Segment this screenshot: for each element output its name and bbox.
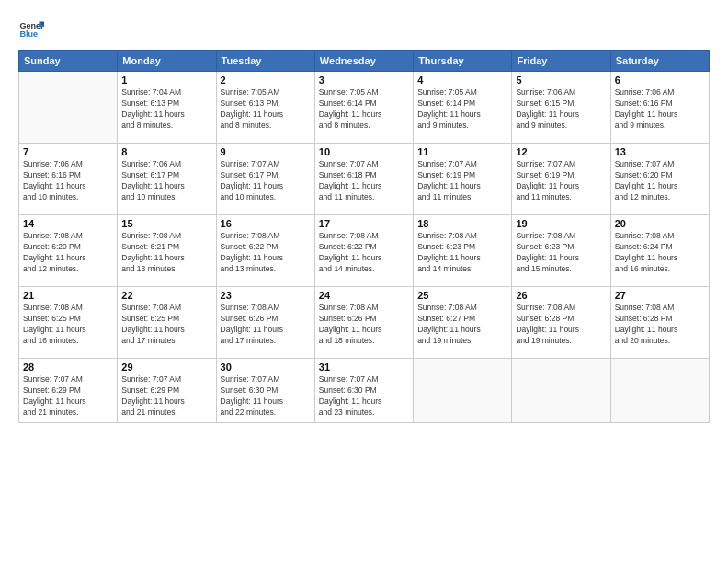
day-number: 23 xyxy=(221,290,311,301)
page-header: General Blue xyxy=(18,17,710,42)
day-number: 11 xyxy=(417,146,507,157)
day-info: Sunrise: 7:08 AM Sunset: 6:23 PM Dayligh… xyxy=(516,231,606,275)
day-info: Sunrise: 7:08 AM Sunset: 6:27 PM Dayligh… xyxy=(417,303,507,347)
calendar-cell: 2Sunrise: 7:05 AM Sunset: 6:13 PM Daylig… xyxy=(216,72,314,144)
day-info: Sunrise: 7:04 AM Sunset: 6:13 PM Dayligh… xyxy=(121,87,211,132)
day-number: 9 xyxy=(221,146,311,157)
week-row-1: 1Sunrise: 7:04 AM Sunset: 6:13 PM Daylig… xyxy=(19,72,710,144)
day-info: Sunrise: 7:08 AM Sunset: 6:22 PM Dayligh… xyxy=(221,231,311,275)
week-row-2: 7Sunrise: 7:06 AM Sunset: 6:16 PM Daylig… xyxy=(19,144,710,215)
day-info: Sunrise: 7:08 AM Sunset: 6:25 PM Dayligh… xyxy=(23,303,113,347)
calendar-cell: 14Sunrise: 7:08 AM Sunset: 6:20 PM Dayli… xyxy=(19,215,118,287)
week-row-4: 21Sunrise: 7:08 AM Sunset: 6:25 PM Dayli… xyxy=(19,287,710,359)
day-number: 27 xyxy=(615,290,705,301)
calendar-cell: 7Sunrise: 7:06 AM Sunset: 6:16 PM Daylig… xyxy=(19,144,118,215)
day-info: Sunrise: 7:07 AM Sunset: 6:29 PM Dayligh… xyxy=(23,374,113,419)
calendar-cell: 11Sunrise: 7:07 AM Sunset: 6:19 PM Dayli… xyxy=(414,144,512,215)
calendar-table: SundayMondayTuesdayWednesdayThursdayFrid… xyxy=(18,50,710,423)
day-info: Sunrise: 7:07 AM Sunset: 6:30 PM Dayligh… xyxy=(221,374,311,419)
weekday-friday: Friday xyxy=(512,51,610,72)
day-number: 7 xyxy=(23,146,113,157)
day-info: Sunrise: 7:08 AM Sunset: 6:25 PM Dayligh… xyxy=(121,303,211,347)
calendar-cell: 31Sunrise: 7:07 AM Sunset: 6:30 PM Dayli… xyxy=(314,359,413,423)
weekday-sunday: Sunday xyxy=(19,51,118,72)
calendar-cell: 6Sunrise: 7:06 AM Sunset: 6:16 PM Daylig… xyxy=(610,72,709,144)
calendar-cell: 29Sunrise: 7:07 AM Sunset: 6:29 PM Dayli… xyxy=(118,359,216,423)
day-info: Sunrise: 7:08 AM Sunset: 6:26 PM Dayligh… xyxy=(221,303,311,347)
calendar-cell: 10Sunrise: 7:07 AM Sunset: 6:18 PM Dayli… xyxy=(314,144,413,215)
day-info: Sunrise: 7:08 AM Sunset: 6:21 PM Dayligh… xyxy=(121,231,211,275)
calendar-cell xyxy=(19,72,118,144)
day-number: 18 xyxy=(417,218,507,229)
day-number: 25 xyxy=(417,290,507,301)
calendar-cell: 20Sunrise: 7:08 AM Sunset: 6:24 PM Dayli… xyxy=(610,215,709,287)
svg-text:Blue: Blue xyxy=(19,29,38,39)
day-number: 24 xyxy=(319,290,409,301)
logo: General Blue xyxy=(18,17,44,42)
day-info: Sunrise: 7:08 AM Sunset: 6:26 PM Dayligh… xyxy=(319,303,409,347)
calendar-cell: 19Sunrise: 7:08 AM Sunset: 6:23 PM Dayli… xyxy=(512,215,610,287)
day-number: 6 xyxy=(615,75,705,86)
weekday-saturday: Saturday xyxy=(610,51,709,72)
day-number: 21 xyxy=(23,290,113,301)
day-info: Sunrise: 7:05 AM Sunset: 6:14 PM Dayligh… xyxy=(319,87,409,132)
day-number: 22 xyxy=(121,290,211,301)
calendar-cell xyxy=(610,359,709,423)
day-info: Sunrise: 7:08 AM Sunset: 6:24 PM Dayligh… xyxy=(615,231,705,275)
day-number: 2 xyxy=(221,75,311,86)
calendar-cell: 28Sunrise: 7:07 AM Sunset: 6:29 PM Dayli… xyxy=(19,359,118,423)
weekday-tuesday: Tuesday xyxy=(216,51,314,72)
day-number: 16 xyxy=(221,218,311,229)
day-number: 30 xyxy=(221,362,311,373)
day-number: 8 xyxy=(121,146,211,157)
day-number: 3 xyxy=(319,75,409,86)
day-info: Sunrise: 7:06 AM Sunset: 6:16 PM Dayligh… xyxy=(615,87,705,132)
day-info: Sunrise: 7:05 AM Sunset: 6:13 PM Dayligh… xyxy=(221,87,311,132)
weekday-header-row: SundayMondayTuesdayWednesdayThursdayFrid… xyxy=(19,51,710,72)
week-row-3: 14Sunrise: 7:08 AM Sunset: 6:20 PM Dayli… xyxy=(19,215,710,287)
day-number: 12 xyxy=(516,146,606,157)
day-number: 19 xyxy=(516,218,606,229)
calendar-cell: 17Sunrise: 7:08 AM Sunset: 6:22 PM Dayli… xyxy=(314,215,413,287)
calendar-cell: 18Sunrise: 7:08 AM Sunset: 6:23 PM Dayli… xyxy=(414,215,512,287)
calendar-cell: 22Sunrise: 7:08 AM Sunset: 6:25 PM Dayli… xyxy=(118,287,216,359)
day-info: Sunrise: 7:07 AM Sunset: 6:19 PM Dayligh… xyxy=(516,159,606,203)
day-number: 4 xyxy=(417,75,507,86)
weekday-thursday: Thursday xyxy=(414,51,512,72)
day-info: Sunrise: 7:08 AM Sunset: 6:28 PM Dayligh… xyxy=(615,303,705,347)
calendar-cell: 9Sunrise: 7:07 AM Sunset: 6:17 PM Daylig… xyxy=(216,144,314,215)
calendar-cell: 23Sunrise: 7:08 AM Sunset: 6:26 PM Dayli… xyxy=(216,287,314,359)
day-number: 28 xyxy=(23,362,113,373)
weekday-monday: Monday xyxy=(118,51,216,72)
day-info: Sunrise: 7:08 AM Sunset: 6:22 PM Dayligh… xyxy=(319,231,409,275)
day-info: Sunrise: 7:08 AM Sunset: 6:23 PM Dayligh… xyxy=(417,231,507,275)
calendar-cell: 3Sunrise: 7:05 AM Sunset: 6:14 PM Daylig… xyxy=(314,72,413,144)
day-info: Sunrise: 7:07 AM Sunset: 6:19 PM Dayligh… xyxy=(417,159,507,203)
day-info: Sunrise: 7:06 AM Sunset: 6:16 PM Dayligh… xyxy=(23,159,113,203)
day-number: 20 xyxy=(615,218,705,229)
calendar-cell: 15Sunrise: 7:08 AM Sunset: 6:21 PM Dayli… xyxy=(118,215,216,287)
calendar-cell: 26Sunrise: 7:08 AM Sunset: 6:28 PM Dayli… xyxy=(512,287,610,359)
calendar-cell: 13Sunrise: 7:07 AM Sunset: 6:20 PM Dayli… xyxy=(610,144,709,215)
calendar-cell xyxy=(512,359,610,423)
day-number: 1 xyxy=(121,75,211,86)
day-info: Sunrise: 7:05 AM Sunset: 6:14 PM Dayligh… xyxy=(417,87,507,132)
day-info: Sunrise: 7:08 AM Sunset: 6:28 PM Dayligh… xyxy=(516,303,606,347)
day-info: Sunrise: 7:06 AM Sunset: 6:15 PM Dayligh… xyxy=(516,87,606,132)
day-info: Sunrise: 7:07 AM Sunset: 6:29 PM Dayligh… xyxy=(121,374,211,419)
day-number: 31 xyxy=(319,362,409,373)
day-info: Sunrise: 7:07 AM Sunset: 6:17 PM Dayligh… xyxy=(221,159,311,203)
day-info: Sunrise: 7:08 AM Sunset: 6:20 PM Dayligh… xyxy=(23,231,113,275)
calendar-cell: 16Sunrise: 7:08 AM Sunset: 6:22 PM Dayli… xyxy=(216,215,314,287)
calendar-cell: 8Sunrise: 7:06 AM Sunset: 6:17 PM Daylig… xyxy=(118,144,216,215)
day-info: Sunrise: 7:06 AM Sunset: 6:17 PM Dayligh… xyxy=(121,159,211,203)
calendar-cell: 4Sunrise: 7:05 AM Sunset: 6:14 PM Daylig… xyxy=(414,72,512,144)
day-number: 13 xyxy=(615,146,705,157)
calendar-cell: 27Sunrise: 7:08 AM Sunset: 6:28 PM Dayli… xyxy=(610,287,709,359)
day-number: 17 xyxy=(319,218,409,229)
day-info: Sunrise: 7:07 AM Sunset: 6:20 PM Dayligh… xyxy=(615,159,705,203)
calendar-cell: 12Sunrise: 7:07 AM Sunset: 6:19 PM Dayli… xyxy=(512,144,610,215)
day-info: Sunrise: 7:07 AM Sunset: 6:18 PM Dayligh… xyxy=(319,159,409,203)
day-info: Sunrise: 7:07 AM Sunset: 6:30 PM Dayligh… xyxy=(319,374,409,419)
day-number: 15 xyxy=(121,218,211,229)
